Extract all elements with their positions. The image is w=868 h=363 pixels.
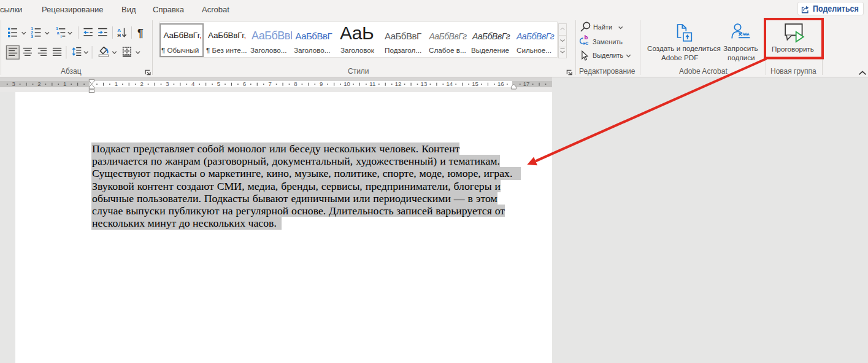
svg-text:14: 14 [446,80,453,87]
svg-text:4: 4 [191,80,194,87]
svg-text:c: c [585,39,588,46]
svg-text:11: 11 [369,80,375,87]
svg-text:Я: Я [117,33,121,38]
svg-text:12: 12 [395,80,402,87]
svg-text:9: 9 [320,80,323,87]
svg-text:2: 2 [37,80,40,87]
svg-text:15: 15 [472,80,478,87]
svg-text:2: 2 [140,80,143,87]
svg-text:a: a [57,31,60,35]
svg-text:3: 3 [166,80,169,87]
svg-text:3: 3 [12,80,15,87]
svg-text:17: 17 [523,80,530,87]
svg-text:1: 1 [115,80,118,87]
svg-text:3: 3 [31,34,33,39]
svg-text:1: 1 [63,80,66,87]
svg-text:i: i [61,34,62,39]
svg-text:10: 10 [344,80,350,87]
svg-text:¶: ¶ [137,27,144,39]
svg-text:7: 7 [268,80,271,87]
svg-text:16: 16 [497,80,504,87]
svg-text:5: 5 [217,80,220,87]
svg-text:13: 13 [421,80,428,87]
svg-text:8: 8 [294,80,297,87]
svg-text:6: 6 [243,80,246,87]
